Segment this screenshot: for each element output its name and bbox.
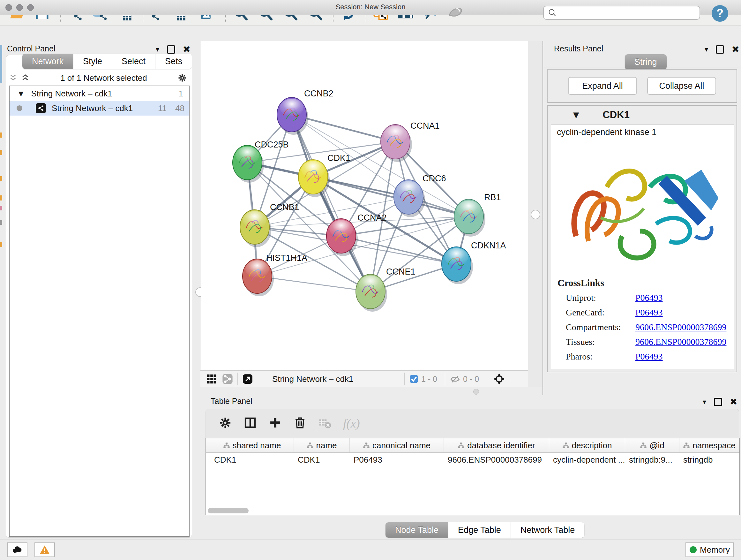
search-box[interactable] — [543, 6, 700, 20]
selected-checkbox-icon[interactable] — [409, 374, 419, 384]
search-input[interactable] — [560, 8, 699, 17]
network-node-CDK1[interactable] — [298, 160, 330, 197]
network-label: String Network – cdk1 — [52, 104, 149, 113]
eye-button[interactable] — [447, 4, 464, 22]
panel-menu-icon[interactable]: ▾ — [156, 45, 159, 53]
tree-expander-icon[interactable]: ▼ — [18, 90, 23, 98]
column-header-description[interactable]: description — [549, 438, 625, 452]
cloud-icon — [12, 544, 23, 555]
memory-status-dot — [690, 546, 697, 553]
column-header-namespace[interactable]: namespace — [679, 438, 739, 452]
background-window-sliver — [0, 132, 2, 138]
collapse-all-button[interactable]: Collapse All — [647, 77, 716, 95]
tab-style[interactable]: Style — [73, 54, 112, 69]
background-window-sliver — [0, 176, 2, 181]
table-cell[interactable]: stringdb — [679, 453, 739, 466]
network-node-CCNB2[interactable] — [277, 98, 308, 135]
function-icon: f(x) — [343, 417, 360, 430]
crosslink-link[interactable]: P06493 — [635, 307, 663, 318]
table-tab-node-table[interactable]: Node Table — [386, 522, 448, 538]
float-panel-icon[interactable] — [167, 45, 175, 54]
crosslink-link[interactable]: P06493 — [635, 352, 663, 362]
node-label-CCNA2: CCNA2 — [357, 213, 387, 223]
close-panel-icon[interactable]: ✖ — [183, 44, 190, 55]
tab-network[interactable]: Network — [22, 54, 73, 69]
table-tab-edge-table[interactable]: Edge Table — [448, 522, 511, 538]
column-header-canonical-name[interactable]: canonical name — [350, 438, 444, 452]
crosslink-label: Uniprot: — [557, 293, 635, 303]
network-node-CDKN1A[interactable] — [442, 247, 473, 284]
network-node-CDC25B[interactable] — [232, 145, 264, 183]
column-header-database-identifier[interactable]: database identifier — [444, 438, 549, 452]
panel-menu-icon[interactable]: ▾ — [704, 45, 708, 53]
node-label-RB1: RB1 — [484, 192, 501, 202]
column-header-@id[interactable]: @id — [625, 438, 679, 452]
expand-all-button[interactable]: Expand All — [568, 77, 637, 95]
add-icon — [268, 416, 282, 429]
navigate-crosshair-icon[interactable] — [493, 373, 506, 385]
expand-all-icon[interactable] — [20, 73, 30, 83]
close-panel-icon[interactable]: ✖ — [730, 396, 737, 407]
crosslink-link[interactable]: 9606.ENSP00000378699 — [635, 337, 726, 347]
network-node-CCNE1[interactable] — [356, 274, 387, 312]
collapse-all-icon[interactable] — [8, 73, 18, 83]
network-share-icon[interactable] — [222, 374, 233, 384]
help-button[interactable]: ? — [712, 5, 728, 22]
column-header-shared-name[interactable]: shared name — [210, 438, 294, 452]
collection-count: 1 — [179, 89, 183, 99]
table-cell[interactable]: CDK1 — [294, 453, 350, 466]
close-panel-icon[interactable]: ✖ — [732, 44, 739, 55]
panel-menu-icon[interactable]: ▾ — [703, 398, 706, 406]
hidden-eye-icon[interactable] — [450, 374, 461, 384]
node-count: 11 — [149, 104, 166, 113]
add-button[interactable] — [268, 416, 282, 431]
tab-sets[interactable]: Sets — [155, 54, 192, 69]
crosslink-link[interactable]: 9606.ENSP00000378699 — [635, 322, 726, 332]
table-tab-network-table[interactable]: Network Table — [511, 522, 585, 538]
grid-view-icon[interactable] — [206, 374, 217, 384]
birdseye-view-icon[interactable] — [242, 374, 253, 384]
column-tree-icon — [363, 442, 370, 449]
protein-details: cyclin-dependent kinase 1 CrossLinks Uni… — [551, 125, 734, 369]
eye-icon — [447, 4, 464, 21]
results-panel-title: Results Panel — [554, 44, 603, 53]
network-edge[interactable] — [292, 115, 370, 292]
node-label-CCNB1: CCNB1 — [270, 202, 299, 212]
network-node-RB1[interactable] — [454, 199, 485, 237]
cloud-button[interactable] — [7, 543, 27, 557]
crosslink-link[interactable]: P06493 — [635, 293, 663, 303]
network-options-gear-icon[interactable] — [178, 73, 187, 83]
background-window-sliver — [0, 195, 2, 200]
protein-section-header[interactable]: ▼ CDK1 — [548, 106, 737, 124]
delete-icon — [293, 416, 307, 429]
float-panel-icon[interactable] — [716, 45, 724, 54]
column-tree-icon — [683, 442, 690, 449]
column-header-name[interactable]: name — [294, 438, 350, 452]
horizontal-splitter-handle[interactable] — [473, 389, 479, 395]
network-canvas[interactable]: CCNB2CCNA1CDC25BCDK1CDC6RB1CCNB1CCNA2CDK… — [201, 41, 529, 370]
section-expander-icon[interactable]: ▼ — [573, 111, 579, 119]
network-edge[interactable] — [257, 276, 370, 292]
right-splitter[interactable] — [528, 41, 542, 387]
column-label: @id — [650, 441, 664, 450]
settings-gear-button[interactable] — [219, 416, 232, 431]
network-collection-row[interactable]: ▼ String Network – cdk1 1 — [10, 86, 189, 101]
delete-button[interactable] — [293, 416, 307, 431]
table-cell[interactable]: 9606.ENSP00000378699 — [444, 453, 549, 466]
float-panel-icon[interactable] — [714, 398, 722, 406]
table-cell[interactable]: CDK1 — [210, 453, 294, 466]
tab-select[interactable]: Select — [112, 54, 155, 69]
table-cell[interactable]: P06493 — [350, 453, 444, 466]
warnings-button[interactable] — [35, 543, 55, 557]
table-cell[interactable]: stringdb:9... — [625, 453, 679, 466]
network-node-CCNA1[interactable] — [381, 125, 412, 162]
table-cell[interactable]: cyclin-dependent ... — [549, 453, 625, 466]
network-row[interactable]: String Network – cdk1 11 48 — [10, 101, 189, 116]
network-node-HIST1H1A[interactable] — [243, 259, 274, 296]
right-splitter-handle[interactable] — [531, 210, 540, 219]
protein-description: cyclin-dependent kinase 1 — [557, 127, 657, 137]
network-node-CDC6[interactable] — [394, 180, 425, 217]
split-panel-button[interactable] — [244, 416, 257, 431]
memory-button[interactable]: Memory — [685, 543, 734, 557]
horizontal-scrollbar-thumb[interactable] — [208, 508, 249, 513]
